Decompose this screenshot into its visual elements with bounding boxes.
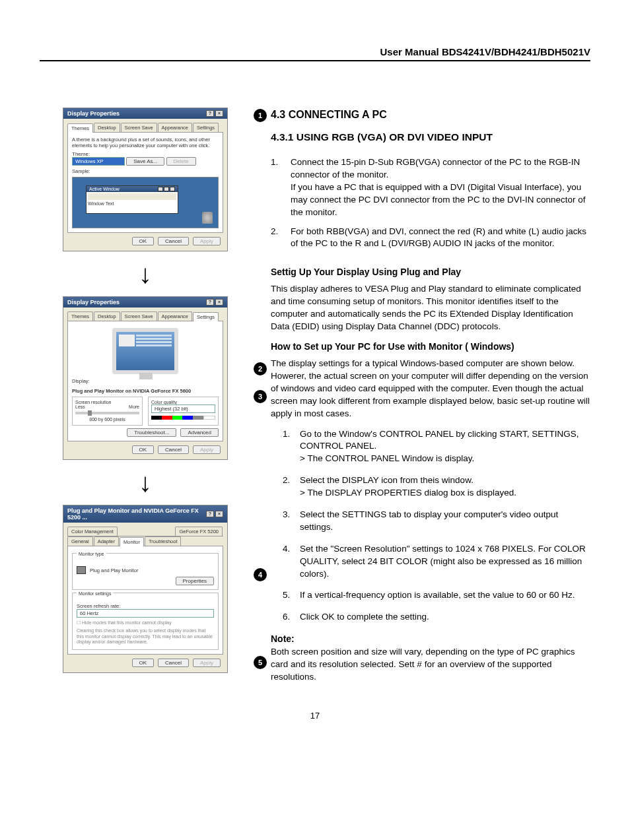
howto-step: 6. Click OK to complete the setting.	[271, 611, 590, 624]
dialog-titlebar: Plug and Play Monitor and NVIDIA GeForce…	[63, 505, 227, 523]
troubleshoot-button[interactable]: Troubleshoot...	[127, 428, 176, 437]
apply-button[interactable]: Apply	[193, 659, 221, 667]
dialog-titlebar: Display Properties ? ×	[63, 108, 227, 119]
content-columns: Display Properties ? × Themes Desktop Sc…	[40, 108, 590, 691]
resolution-label: Screen resolution	[75, 400, 139, 404]
step-text: Click OK to complete the setting.	[300, 611, 590, 624]
tab-troubleshoot[interactable]: Troubleshoot	[145, 536, 182, 546]
resolution-slider[interactable]	[75, 412, 139, 414]
tab-color-mgmt[interactable]: Color Management	[67, 527, 118, 536]
display-name: Plug and Play Monitor on NVIDIA GeForce …	[72, 388, 219, 394]
header-title: User Manual BDS4241V/BDH4241/BDH5021V	[40, 46, 590, 60]
cancel-button[interactable]: Cancel	[158, 659, 189, 667]
step-text: For both RBB(VGA) and DVI, connect the r…	[291, 226, 590, 251]
tab-content: Display: Plug and Play Monitor on NVIDIA…	[67, 321, 223, 441]
tab-settings[interactable]: Settings	[193, 312, 219, 321]
dialog-buttons: OK Cancel Apply	[67, 233, 223, 247]
pnp-heading: Settig Up Your Display Using Plug and Pl…	[271, 266, 590, 279]
dialog-title-text: Display Properties	[67, 299, 120, 306]
tab-settings[interactable]: Settings	[193, 123, 219, 132]
monitor-properties-dialog: Plug and Play Monitor and NVIDIA GeForce…	[63, 505, 228, 673]
close-icon[interactable]: ×	[215, 110, 223, 117]
color-label: Color quality	[151, 400, 215, 404]
tab-adapter[interactable]: Adapter	[94, 536, 119, 546]
tab-strip: Themes Desktop Screen Save Appearance Se…	[67, 123, 223, 133]
advanced-button[interactable]: Advanced	[180, 428, 219, 437]
tab-themes[interactable]: Themes	[67, 311, 93, 321]
tab-desktop[interactable]: Desktop	[94, 311, 120, 321]
step-text: Set the "Screen Resolution" settings to …	[300, 543, 590, 581]
close-icon[interactable]: ×	[215, 299, 223, 306]
howto-step: 5. If a vertical-frequency option is ava…	[271, 589, 590, 602]
theme-description: A theme is a background plus a set of so…	[72, 137, 219, 148]
tab-themes[interactable]: Themes	[67, 123, 93, 133]
monitor-type-label: Monitor type	[77, 552, 106, 556]
callout-4: 4	[254, 568, 267, 581]
window-buttons: ? ×	[206, 511, 223, 517]
howto-step: 4. Set the "Screen Resolution" settings …	[271, 543, 590, 581]
tab-geforce[interactable]: GeForce FX 5200	[175, 527, 223, 536]
tab-content: Monitor type Plug and Play Monitor Prope…	[67, 546, 223, 655]
slider-labels: Less More	[75, 404, 139, 409]
tab-monitor[interactable]: Monitor	[120, 537, 144, 546]
properties-button[interactable]: Properties	[176, 577, 214, 585]
resolution-box: Screen resolution Less More 800 by 600 p…	[72, 397, 143, 426]
recycle-bin-icon	[202, 212, 213, 224]
sample-window-title: Active Window	[87, 186, 178, 192]
step-text: Select the DISPLAY icon from theis windo…	[300, 474, 590, 500]
monitor-icon	[77, 566, 86, 574]
dialog-title-text: Plug and Play Monitor and NVIDIA GeForce…	[67, 507, 206, 521]
arrow-down-icon: ↓	[40, 261, 251, 287]
page-number: 17	[40, 711, 590, 721]
tab-content: A theme is a background plus a set of so…	[67, 133, 223, 233]
callout-5: 5	[254, 656, 267, 669]
display-properties-dialog-1: Display Properties ? × Themes Desktop Sc…	[63, 108, 228, 251]
apply-button[interactable]: Apply	[193, 237, 221, 245]
ok-button[interactable]: OK	[132, 445, 155, 454]
page: User Manual BDS4241V/BDH4241/BDH5021V Di…	[0, 0, 630, 747]
figure-3: Plug and Play Monitor and NVIDIA GeForce…	[40, 505, 251, 673]
ok-button[interactable]: OK	[132, 659, 155, 667]
tab-screensave[interactable]: Screen Save	[121, 311, 157, 321]
save-as-button[interactable]: Save As...	[126, 157, 164, 166]
theme-row: Theme: Windows XP Save As... Delete	[72, 151, 219, 166]
tab-appearance[interactable]: Appearance	[158, 311, 192, 321]
step-number: 5.	[283, 589, 300, 602]
color-bars	[151, 416, 215, 420]
howto-heading: How to Set up Your PC for Use with Monit…	[271, 340, 590, 354]
tab-screensave[interactable]: Screen Save	[121, 123, 157, 132]
cancel-button[interactable]: Cancel	[158, 237, 189, 245]
display-properties-dialog-2: Display Properties ? × Themes Desktop Sc…	[63, 296, 228, 460]
delete-button[interactable]: Delete	[166, 157, 196, 166]
section-heading: 4.3 CONNECTING A PC	[271, 108, 590, 122]
settings-sliders: Screen resolution Less More 800 by 600 p…	[72, 397, 219, 426]
ok-button[interactable]: OK	[132, 237, 155, 245]
inline-buttons: Troubleshoot... Advanced	[72, 428, 219, 437]
callout-1: 1	[254, 109, 267, 122]
theme-dropdown[interactable]: Windows XP	[72, 157, 125, 166]
refresh-dropdown[interactable]: 60 Hertz	[77, 609, 214, 618]
sample-label: Sample:	[72, 168, 219, 174]
monitor-settings-group: Monitor settings Screen refresh rate: 60…	[72, 593, 219, 650]
tab-general[interactable]: General	[67, 536, 93, 546]
monitor-type-group: Monitor type Plug and Play Monitor Prope…	[72, 553, 219, 590]
step-number: 2.	[271, 226, 291, 251]
theme-label: Theme:	[72, 151, 90, 157]
help-icon[interactable]: ?	[206, 110, 214, 117]
help-icon[interactable]: ?	[206, 511, 214, 517]
help-icon[interactable]: ?	[206, 299, 214, 306]
apply-button[interactable]: Apply	[193, 445, 221, 454]
callout-2: 2	[254, 362, 267, 375]
cancel-button[interactable]: Cancel	[158, 445, 189, 454]
close-icon[interactable]: ×	[215, 511, 223, 517]
figure-2: Display Properties ? × Themes Desktop Sc…	[40, 296, 251, 460]
dialog-buttons: OK Cancel Apply	[67, 655, 223, 668]
hide-modes-checkbox[interactable]: ☐ Hide modes that this monitor cannot di…	[77, 620, 214, 626]
color-dropdown[interactable]: Highest (32 bit)	[151, 404, 215, 413]
connect-step: 1. Connect the 15-pin D-Sub RGB(VGA) con…	[271, 156, 590, 218]
refresh-label: Screen refresh rate:	[77, 603, 214, 609]
tab-desktop[interactable]: Desktop	[94, 123, 120, 132]
step-number: 4.	[283, 543, 300, 581]
dialog-body: Color Management GeForce FX 5200 General…	[63, 523, 227, 672]
tab-appearance[interactable]: Appearance	[158, 123, 192, 132]
